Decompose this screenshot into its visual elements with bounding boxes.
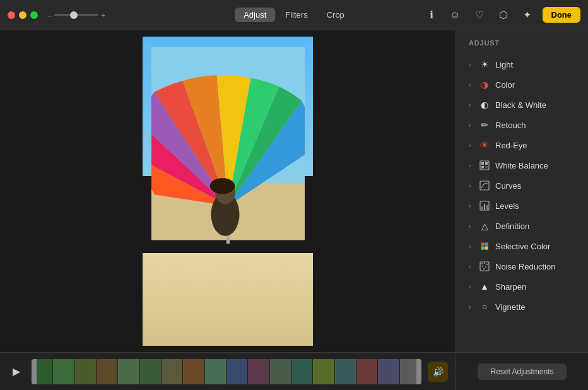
photo-image — [143, 37, 313, 346]
adjust-item-definition[interactable]: › △ Definition — [459, 216, 585, 236]
red-eye-label: Red-Eye — [495, 141, 527, 150]
svg-rect-16 — [486, 205, 488, 210]
color-icon: ◑ — [479, 79, 490, 90]
levels-label: Levels — [495, 201, 519, 211]
svg-rect-9 — [485, 162, 488, 165]
svg-point-24 — [486, 264, 488, 265]
brightness-control: – + — [48, 11, 105, 19]
noise-reduction-label: Noise Reduction — [495, 262, 555, 271]
adjust-item-curves[interactable]: › Curves — [459, 175, 585, 196]
minimize-button[interactable] — [19, 11, 26, 19]
crop-tab[interactable]: Crop — [318, 8, 353, 22]
filmstrip-frame — [270, 359, 291, 384]
selective-color-label: Selective Color — [495, 242, 550, 251]
filters-tab[interactable]: Filters — [276, 8, 316, 22]
svg-point-23 — [484, 263, 485, 264]
brightness-max-icon: + — [101, 11, 105, 19]
white-balance-icon — [479, 160, 490, 171]
emoji-button[interactable]: ☺ — [447, 6, 464, 24]
sharpen-label: Sharpen — [495, 282, 526, 292]
filmstrip-track — [32, 359, 421, 384]
svg-rect-8 — [481, 162, 484, 165]
sand-background — [143, 253, 313, 346]
svg-point-18 — [485, 242, 488, 246]
curves-icon — [479, 180, 490, 191]
right-panel: ADJUST › ☀ Light › ◑ Color › ◐ Black & W… — [456, 30, 588, 352]
svg-point-25 — [482, 266, 483, 267]
chevron-icon: › — [469, 223, 475, 230]
maximize-button[interactable] — [30, 11, 38, 19]
brightness-slider[interactable] — [54, 14, 98, 16]
filmstrip-frame — [118, 359, 139, 384]
adjust-item-color[interactable]: › ◑ Color — [459, 74, 585, 95]
chevron-icon: › — [469, 81, 475, 88]
filmstrip-frame — [378, 359, 399, 384]
bottom-container: ▶ — [0, 352, 588, 390]
filmstrip-frame — [248, 359, 269, 384]
svg-point-17 — [481, 242, 485, 246]
filmstrip-frame — [291, 359, 313, 384]
adjust-item-light[interactable]: › ☀ Light — [459, 54, 585, 74]
photo-container — [143, 37, 313, 346]
titlebar: – + Adjust Filters Crop ℹ ☺ ♡ ⬡ ✦ Done — [0, 0, 588, 30]
done-button[interactable]: Done — [543, 7, 581, 23]
bottom-left: ▶ — [0, 352, 456, 390]
light-label: Light — [495, 60, 513, 69]
settings-icon-button[interactable]: ✦ — [519, 6, 536, 24]
noise-reduction-icon — [479, 261, 490, 272]
close-button[interactable] — [8, 11, 15, 19]
filmstrip-frame — [140, 359, 162, 384]
traffic-lights — [8, 11, 38, 19]
adjust-item-vignette[interactable]: › ○ Vignette — [459, 297, 585, 317]
chevron-icon: › — [469, 263, 475, 270]
retouch-icon: ✏ — [479, 119, 490, 131]
levels-icon — [479, 200, 490, 211]
light-icon: ☀ — [479, 59, 490, 70]
svg-point-20 — [485, 246, 488, 250]
filmstrip-frame — [53, 359, 74, 384]
filmstrip-bracket-right — [416, 359, 421, 384]
toolbar-right: ℹ ☺ ♡ ⬡ ✦ Done — [423, 6, 581, 24]
volume-button[interactable]: 🔊 — [428, 362, 448, 382]
chevron-icon: › — [469, 283, 475, 290]
adjust-item-selective-color[interactable]: › Selective Color — [459, 236, 585, 256]
reset-adjustments-button[interactable]: Reset Adjustments — [478, 363, 566, 380]
filmstrip[interactable] — [32, 359, 421, 384]
definition-label: Definition — [495, 222, 529, 231]
adjust-item-white-balance[interactable]: › White Balance — [459, 155, 585, 175]
filmstrip-frame — [335, 359, 356, 384]
favorite-button[interactable]: ♡ — [471, 6, 488, 24]
chevron-icon: › — [469, 203, 475, 210]
chevron-icon: › — [469, 61, 475, 68]
svg-point-19 — [481, 246, 485, 250]
chevron-icon: › — [469, 182, 475, 189]
filmstrip-frame — [226, 359, 248, 384]
adjust-item-retouch[interactable]: › ✏ Retouch — [459, 115, 585, 135]
adjust-item-sharpen[interactable]: › ▲ Sharpen — [459, 276, 585, 297]
play-button[interactable]: ▶ — [8, 363, 25, 381]
adjust-item-noise-reduction[interactable]: › Noise Reduction — [459, 256, 585, 276]
info-button[interactable]: ℹ — [423, 6, 440, 24]
toolbar-center: Adjust Filters Crop — [235, 8, 353, 22]
crop-icon-button[interactable]: ⬡ — [495, 6, 512, 24]
black-white-icon: ◐ — [479, 99, 490, 110]
adjust-item-red-eye[interactable]: › 👁 Red-Eye — [459, 135, 585, 155]
svg-point-26 — [485, 266, 486, 268]
filmstrip-frame — [97, 359, 118, 384]
svg-point-22 — [481, 263, 483, 264]
filmstrip-frame — [205, 359, 226, 384]
adjust-item-levels[interactable]: › Levels — [459, 196, 585, 216]
filmstrip-frame — [75, 359, 97, 384]
selective-color-icon — [479, 240, 490, 252]
vignette-label: Vignette — [495, 302, 525, 312]
red-eye-icon: 👁 — [479, 139, 490, 151]
svg-point-27 — [483, 268, 485, 269]
adjust-item-black-white[interactable]: › ◐ Black & White — [459, 95, 585, 115]
filmstrip-bracket-left — [32, 359, 37, 384]
main-content: ADJUST › ☀ Light › ◑ Color › ◐ Black & W… — [0, 30, 588, 352]
adjust-tab[interactable]: Adjust — [235, 8, 275, 22]
chevron-icon: › — [469, 102, 475, 109]
svg-rect-15 — [484, 204, 485, 210]
sharpen-icon: ▲ — [479, 281, 490, 292]
filmstrip-frame — [183, 359, 204, 384]
